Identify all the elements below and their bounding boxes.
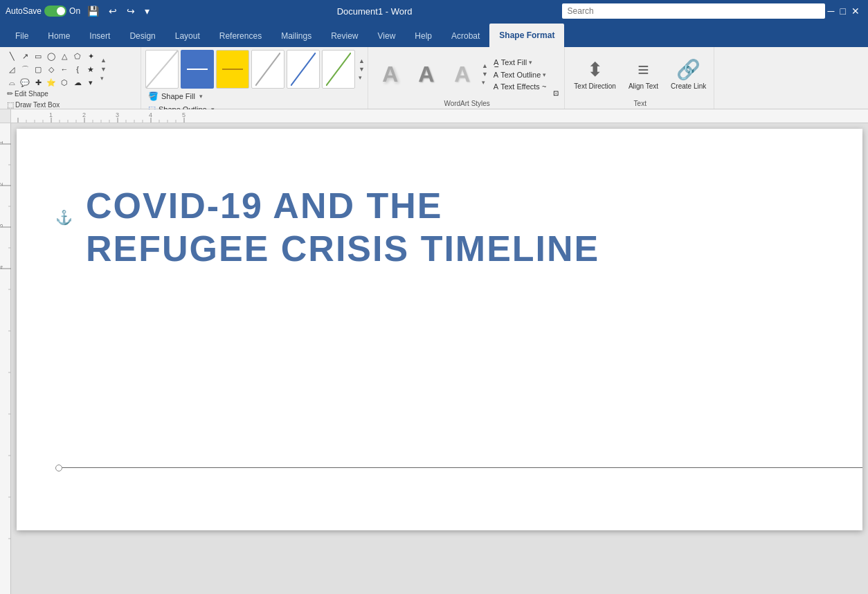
redo-button[interactable]: ↪ bbox=[124, 4, 138, 18]
shape-round-rect[interactable]: ▢ bbox=[32, 63, 44, 75]
search-input[interactable] bbox=[562, 3, 825, 19]
shape-curve[interactable]: ⌒ bbox=[19, 63, 31, 75]
shape-pentagon[interactable]: ⬠ bbox=[71, 50, 84, 62]
ribbon: ╲ ↗ ▭ ◯ △ ⬠ ✦ ◿ ⌒ ▢ ◇ ← { ★ ⌓ 💬 ✚ bbox=[0, 47, 868, 109]
shape-more3[interactable]: ☁ bbox=[71, 76, 84, 89]
wordart-dialog-launcher[interactable]: ⊡ bbox=[552, 88, 560, 98]
shape-more2[interactable]: ★ bbox=[84, 63, 97, 75]
undo-button[interactable]: ↩ bbox=[106, 4, 120, 18]
shape-diamond[interactable]: ◇ bbox=[45, 63, 57, 75]
draw-text-box-button[interactable]: ⬚ Draw Text Box bbox=[6, 100, 138, 110]
style-expand[interactable]: ▾ bbox=[359, 74, 365, 81]
tab-references[interactable]: References bbox=[210, 25, 271, 47]
line-shape[interactable] bbox=[55, 467, 862, 468]
shape-rt-tri[interactable]: ◿ bbox=[6, 63, 18, 75]
shape-callout[interactable]: 💬 bbox=[19, 76, 31, 89]
edit-shape-icon: ✏ bbox=[7, 89, 13, 98]
wordart-style-2[interactable]: A bbox=[410, 56, 443, 92]
text-fill-arrow[interactable]: ▾ bbox=[529, 59, 532, 66]
text-direction-button[interactable]: ⬍ Text Direction bbox=[570, 55, 620, 93]
shapes-scroll-more[interactable]: ▾ bbox=[100, 74, 107, 82]
wordart-styles-group: A A A ▲ ▼ ▾ A̲ Text Fill ▾ A Text Outlin… bbox=[370, 47, 565, 109]
edit-shape-button[interactable]: ✏ Edit Shape bbox=[6, 89, 138, 99]
tab-help[interactable]: Help bbox=[405, 25, 442, 47]
tab-acrobat[interactable]: Acrobat bbox=[442, 25, 489, 47]
shape-oval[interactable]: ◯ bbox=[45, 50, 57, 62]
shape-fill-button[interactable]: 🪣 Shape Fill ▾ bbox=[145, 90, 355, 102]
text-outline-arrow[interactable]: ▾ bbox=[543, 71, 546, 78]
svg-text:3: 3 bbox=[116, 111, 119, 118]
shape-style-gray[interactable] bbox=[251, 50, 284, 89]
text-group-label: Text bbox=[570, 100, 709, 107]
main-area: 1 2 3 4 ⚓ COVID-19 AND THE bbox=[0, 123, 868, 594]
svg-text:1: 1 bbox=[0, 141, 4, 144]
shape-style-green-diag[interactable] bbox=[322, 50, 355, 89]
svg-text:5: 5 bbox=[182, 111, 186, 118]
create-link-button[interactable]: 🔗 Create Link bbox=[667, 55, 709, 93]
wordart-style-3[interactable]: A bbox=[446, 56, 479, 92]
shape-star5[interactable]: ⭐ bbox=[45, 76, 57, 89]
shape-more1[interactable]: ✦ bbox=[84, 50, 97, 62]
wordart-label: WordArt Styles bbox=[374, 100, 560, 107]
text-fill-button[interactable]: A̲ Text Fill ▾ bbox=[491, 57, 549, 69]
shape-triangle[interactable]: △ bbox=[58, 50, 71, 62]
shape-freeform[interactable]: ⌓ bbox=[6, 76, 18, 89]
title-bar-right: ─ □ ✕ bbox=[562, 3, 862, 19]
style-scroll-down[interactable]: ▼ bbox=[359, 66, 365, 73]
text-outline-button[interactable]: A Text Outline ▾ bbox=[491, 69, 549, 80]
shape-fill-arrow[interactable]: ▾ bbox=[199, 93, 203, 100]
svg-text:4: 4 bbox=[0, 265, 4, 269]
create-link-icon: 🔗 bbox=[676, 58, 700, 81]
wordart-letters: A A A bbox=[374, 56, 479, 92]
autosave-toggle[interactable] bbox=[44, 6, 66, 17]
shape-style-blue-solid[interactable] bbox=[181, 50, 214, 89]
tab-view[interactable]: View bbox=[368, 25, 406, 47]
tab-shapeformat[interactable]: Shape Format bbox=[489, 24, 564, 47]
document-title-bar: Document1 - Word bbox=[193, 6, 557, 17]
wordart-scroll-up[interactable]: ▲ bbox=[482, 62, 488, 69]
svg-line-2 bbox=[255, 53, 280, 86]
line-handle-start[interactable] bbox=[55, 465, 62, 471]
customize-quick-access-button[interactable]: ▾ bbox=[142, 4, 152, 18]
wordart-style-1[interactable]: A bbox=[374, 56, 407, 92]
wordart-expand[interactable]: ▾ bbox=[482, 79, 488, 86]
align-text-button[interactable]: ≡ Align Text bbox=[625, 55, 662, 93]
wordart-content: A A A ▲ ▼ ▾ A̲ Text Fill ▾ A Text Outlin… bbox=[374, 50, 560, 98]
document-title[interactable]: COVID-19 AND THE REFUGEE CRISIS TIMELINE bbox=[86, 184, 821, 271]
draw-textbox-icon: ⬚ bbox=[7, 100, 14, 109]
shape-hexagon[interactable]: ⬡ bbox=[58, 76, 71, 89]
tab-insert[interactable]: Insert bbox=[80, 25, 120, 47]
minimize-button[interactable]: ─ bbox=[825, 4, 838, 18]
save-button[interactable]: 💾 bbox=[84, 4, 102, 18]
tab-mailings[interactable]: Mailings bbox=[271, 25, 321, 47]
shape-style-blue-diag[interactable] bbox=[287, 50, 320, 89]
shape-bracket[interactable]: { bbox=[71, 63, 84, 75]
autosave-state: On bbox=[69, 6, 80, 16]
ribbon-tabs: File Home Insert Design Layout Reference… bbox=[0, 22, 868, 47]
shape-style-none[interactable] bbox=[145, 50, 179, 89]
shape-more4[interactable]: ▾ bbox=[84, 76, 97, 89]
text-outline-icon: A bbox=[494, 71, 498, 79]
tab-design[interactable]: Design bbox=[120, 25, 165, 47]
shape-rect[interactable]: ▭ bbox=[32, 50, 44, 62]
shape-lt-arrow[interactable]: ← bbox=[58, 63, 71, 75]
text-effects-button[interactable]: A Text Effects ~ bbox=[491, 81, 549, 92]
text-fill-icon: A̲ bbox=[494, 58, 499, 67]
shape-line[interactable]: ╲ bbox=[6, 50, 18, 62]
tab-review[interactable]: Review bbox=[321, 25, 368, 47]
restore-button[interactable]: □ bbox=[838, 4, 849, 18]
close-button[interactable]: ✕ bbox=[849, 4, 862, 18]
tab-file[interactable]: File bbox=[6, 25, 38, 47]
shape-arrow[interactable]: ↗ bbox=[19, 50, 31, 62]
svg-text:2: 2 bbox=[0, 182, 4, 186]
tab-layout[interactable]: Layout bbox=[165, 25, 210, 47]
shapes-scroll-down[interactable]: ▼ bbox=[100, 65, 107, 73]
text-effects-icon: A bbox=[494, 82, 498, 91]
shape-cross[interactable]: ✚ bbox=[32, 76, 44, 89]
wordart-scroll-down[interactable]: ▼ bbox=[482, 71, 488, 78]
shape-style-yellow[interactable] bbox=[216, 50, 249, 89]
tab-home[interactable]: Home bbox=[38, 25, 80, 47]
svg-text:1: 1 bbox=[49, 111, 53, 118]
style-scroll-up[interactable]: ▲ bbox=[359, 57, 365, 64]
shapes-scroll-up[interactable]: ▲ bbox=[100, 56, 107, 64]
